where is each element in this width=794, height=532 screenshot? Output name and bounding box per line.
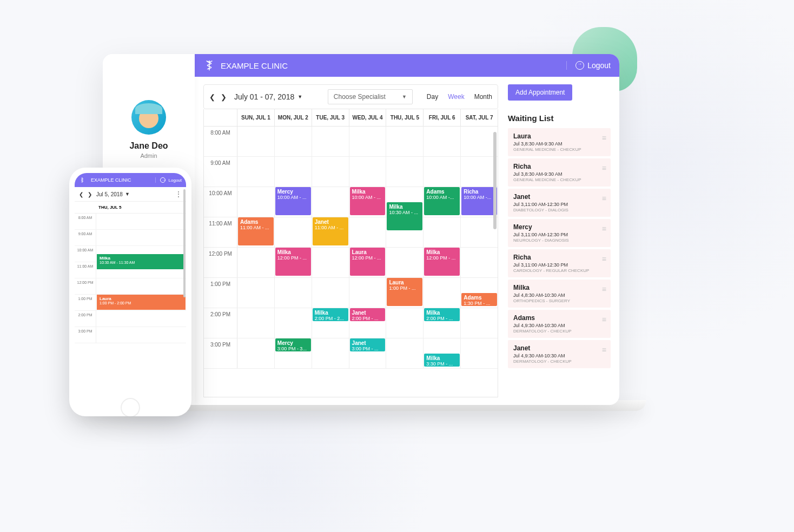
calendar-cell[interactable] [461, 338, 498, 368]
calendar-cell[interactable] [275, 127, 312, 156]
calendar-cell[interactable]: Mercy10:00 AM - ... [275, 187, 312, 217]
drag-handle-icon[interactable]: ≡ [602, 345, 606, 354]
calendar-cell[interactable]: Mercy3:00 PM - 3... [275, 338, 312, 368]
calendar-cell[interactable] [386, 127, 424, 156]
calendar-cell[interactable] [386, 308, 424, 338]
calendar-cell[interactable] [96, 278, 186, 294]
calendar-cell[interactable]: Milka12:00 PM - ... [424, 248, 461, 277]
calendar-cell[interactable]: Adams10:00 AM -... [424, 187, 461, 217]
calendar-cell[interactable] [275, 157, 312, 187]
calendar-cell[interactable]: Janet11:00 AM - ... [312, 217, 349, 247]
drag-handle-icon[interactable]: ≡ [602, 315, 606, 324]
waiting-list-item[interactable]: LauraJul 3,8:30 AM-9:30 AMGENERAL MEDICI… [508, 128, 611, 156]
calendar-cell[interactable] [461, 308, 498, 338]
calendar-cell[interactable] [349, 278, 387, 308]
calendar-cell[interactable]: Richa10:00 AM -... [461, 187, 498, 217]
calendar-cell[interactable] [386, 217, 424, 247]
calendar-cell[interactable] [386, 157, 424, 187]
calendar-cell[interactable]: Adams1:30 PM - ... [461, 278, 498, 308]
calendar-cell[interactable] [424, 217, 461, 247]
drag-handle-icon[interactable]: ≡ [602, 134, 606, 142]
scrollbar[interactable] [183, 189, 186, 297]
waiting-list-item[interactable]: JanetJul 3,11:00 AM-12:30 PMDIABETOLOGY … [508, 189, 611, 217]
appointment-event[interactable]: Janet2:00 PM - ... [350, 308, 386, 321]
calendar-cell[interactable] [312, 278, 349, 308]
next-button[interactable]: ❯ [221, 93, 227, 101]
drag-handle-icon[interactable]: ≡ [602, 224, 606, 233]
calendar-cell[interactable] [96, 262, 186, 278]
appointment-event[interactable]: Laura1:00 PM - ... [387, 278, 422, 306]
calendar-cell[interactable]: Milka10:30 AM - 11:30 AM [96, 246, 186, 262]
calendar-cell[interactable] [461, 127, 498, 156]
calendar-cell[interactable] [312, 248, 349, 277]
calendar-cell[interactable] [312, 157, 349, 187]
drag-handle-icon[interactable]: ≡ [602, 255, 606, 263]
scrollbar[interactable] [493, 132, 497, 229]
calendar-cell[interactable]: Milka10:00 AM - ... [349, 187, 387, 217]
calendar-cell[interactable]: Milka2:00 PM - 2... [312, 308, 349, 338]
next-button[interactable]: ❯ [88, 191, 92, 197]
waiting-list-item[interactable]: JanetJul 4,9:30 AM-10:30 AMDERMATOLOGY -… [508, 340, 611, 368]
calendar-cell[interactable]: Laura12:00 PM - ... [349, 248, 387, 277]
calendar-cell[interactable] [237, 248, 275, 277]
calendar-cell[interactable]: Milka12:00 PM - ... [275, 248, 312, 277]
waiting-list-item[interactable]: RichaJul 3,11:00 AM-12:30 PMCARDIOLOGY -… [508, 249, 611, 277]
calendar-cell[interactable] [96, 311, 186, 327]
calendar-cell[interactable] [237, 308, 275, 338]
avatar[interactable] [131, 100, 166, 135]
drag-handle-icon[interactable]: ≡ [602, 164, 606, 172]
calendar-cell[interactable] [424, 278, 461, 308]
calendar-cell[interactable] [237, 278, 275, 308]
calendar-cell[interactable]: Adams11:00 AM - ... [237, 217, 275, 247]
calendar-cell[interactable] [312, 187, 349, 217]
calendar-cell[interactable] [237, 187, 275, 217]
waiting-list-item[interactable]: RichaJul 3,8:30 AM-9:30 AMGENERAL MEDICI… [508, 158, 611, 187]
calendar-cell[interactable] [424, 157, 461, 187]
appointment-event[interactable]: Milka2:00 PM - 2... [313, 308, 348, 321]
calendar-cell[interactable] [96, 230, 186, 245]
calendar-cell[interactable] [461, 157, 498, 187]
calendar-cell[interactable] [96, 214, 186, 229]
waiting-list-item[interactable]: AdamsJul 4,9:30 AM-10:30 AMDERMATOLOGY -… [508, 310, 611, 338]
drag-handle-icon[interactable]: ≡ [602, 285, 606, 294]
calendar-cell[interactable] [349, 157, 387, 187]
calendar-cell[interactable]: Janet3:00 PM - ... [349, 338, 387, 368]
appointment-event[interactable]: Milka10:00 AM - ... [350, 187, 386, 215]
appointment-event[interactable]: Richa10:00 AM -... [461, 187, 497, 215]
appointment-event[interactable]: Janet11:00 AM - ... [313, 217, 348, 245]
calendar-cell[interactable] [237, 127, 275, 156]
waiting-list-item[interactable]: MercyJul 3,11:00 AM-12:30 PMNEUROLOGY - … [508, 219, 611, 247]
specialist-select[interactable]: Choose Specialist ▼ [328, 89, 413, 104]
appointment-event[interactable]: Milka12:00 PM - ... [275, 248, 311, 276]
prev-button[interactable]: ❮ [209, 93, 215, 101]
calendar-cell[interactable] [424, 127, 461, 156]
calendar-cell[interactable]: Laura1:00 PM - ... [386, 278, 424, 308]
calendar-cell[interactable] [349, 217, 387, 247]
calendar-cell[interactable] [275, 308, 312, 338]
calendar-cell[interactable] [96, 327, 186, 343]
calendar-cell[interactable] [275, 278, 312, 308]
calendar-cell[interactable]: Milka10:30 AM - ... [386, 187, 424, 217]
appointment-event[interactable]: Milka3:30 PM - ... [424, 354, 460, 367]
view-week[interactable]: Week [448, 93, 464, 101]
calendar-cell[interactable]: Milka3:30 PM - ... [424, 338, 461, 368]
calendar-cell[interactable]: Laura1:00 PM - 2:00 PM [96, 295, 186, 310]
appointment-event[interactable]: Mercy3:00 PM - 3... [275, 338, 311, 351]
calendar-cell[interactable] [237, 157, 275, 187]
calendar-cell[interactable] [461, 217, 498, 247]
prev-button[interactable]: ❮ [79, 191, 83, 197]
date-picker[interactable]: Jul 5, 2018 ▼ [96, 191, 130, 197]
drag-handle-icon[interactable]: ≡ [602, 194, 606, 203]
waiting-list-item[interactable]: MilkaJul 4,8:30 AM-10:30 AMORTHOPEDICS -… [508, 280, 611, 308]
calendar-cell[interactable]: Janet2:00 PM - ... [349, 308, 387, 338]
appointment-event[interactable]: Adams11:00 AM - ... [238, 217, 274, 245]
more-menu-icon[interactable]: ⋮ [175, 190, 182, 198]
calendar-cell[interactable]: Milka2:00 PM - ... [424, 308, 461, 338]
appointment-event[interactable]: Laura12:00 PM - ... [350, 248, 386, 276]
calendar-cell[interactable] [312, 338, 349, 368]
appointment-event[interactable]: Adams10:00 AM -... [424, 187, 460, 215]
appointment-event[interactable]: Milka2:00 PM - ... [424, 308, 460, 321]
calendar-cell[interactable] [461, 248, 498, 277]
calendar-cell[interactable] [275, 217, 312, 247]
calendar-cell[interactable] [349, 127, 387, 156]
